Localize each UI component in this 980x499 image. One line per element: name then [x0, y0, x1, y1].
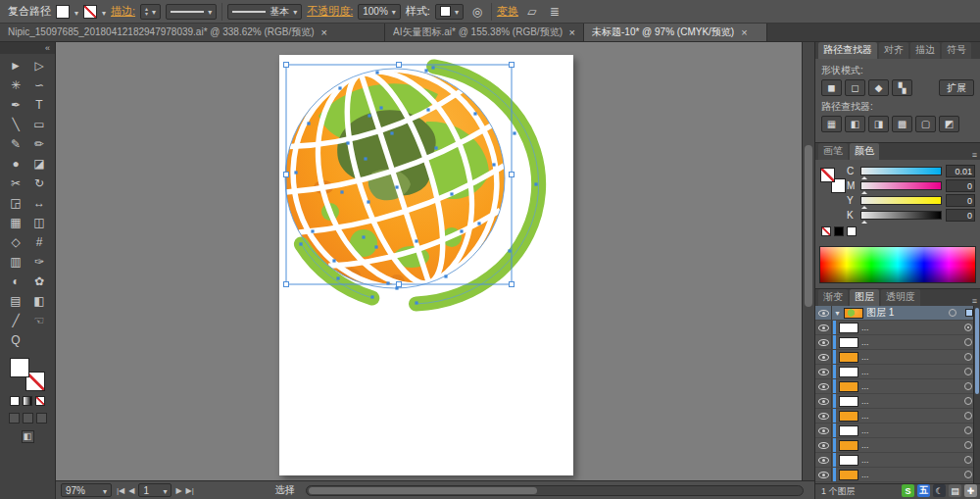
- outline-button[interactable]: ▢: [915, 116, 936, 132]
- target-circle-icon[interactable]: [964, 426, 972, 434]
- shape-builder-tool-icon[interactable]: ◫: [27, 213, 51, 232]
- layer-name[interactable]: ...: [861, 440, 961, 450]
- line-segment-tool-icon[interactable]: ╲: [4, 115, 27, 134]
- layer-row-root[interactable]: ▼图层 1: [815, 306, 980, 321]
- previous-artboard-button[interactable]: ◀: [128, 486, 134, 495]
- visibility-eye-icon[interactable]: [815, 468, 832, 481]
- color-spectrum-ramp[interactable]: [819, 246, 976, 283]
- brush-arrow-icon[interactable]: [293, 6, 297, 17]
- target-circle-icon[interactable]: [964, 324, 972, 331]
- close-tab-icon[interactable]: ×: [741, 26, 747, 38]
- perspective-grid-tool-icon[interactable]: ◇: [4, 232, 27, 252]
- slider-marker-icon[interactable]: [861, 218, 867, 224]
- stroke-dropdown-arrow-icon[interactable]: [102, 6, 106, 18]
- document-tab[interactable]: AI矢量图标.ai* @ 155.38% (RGB/预览) ×: [385, 24, 584, 41]
- align-panel-icon[interactable]: ≣: [546, 3, 564, 21]
- unite-button[interactable]: ◼: [821, 79, 842, 96]
- layer-thumbnail[interactable]: [839, 455, 858, 466]
- pen-tool-icon[interactable]: ✒: [4, 95, 27, 115]
- divide-button[interactable]: ▦: [821, 116, 842, 132]
- tab-brushes[interactable]: 画笔: [818, 143, 848, 160]
- eraser-tool-icon[interactable]: ◪: [27, 154, 51, 174]
- magic-wand-tool-icon[interactable]: ✳: [4, 75, 27, 95]
- minus-back-button[interactable]: ◩: [939, 116, 959, 132]
- layers-scrollbar[interactable]: [973, 306, 980, 483]
- tab-color[interactable]: 颜色: [850, 143, 879, 160]
- globe-artwork[interactable]: [279, 55, 573, 475]
- tab-transparency[interactable]: 透明度: [881, 289, 920, 306]
- visibility-eye-icon[interactable]: [815, 335, 832, 349]
- target-circle-icon[interactable]: [949, 309, 956, 317]
- first-artboard-button[interactable]: |◀: [117, 486, 124, 495]
- document-tab[interactable]: Nipic_15097685_20180412182947978039.ai* …: [0, 24, 385, 41]
- globe[interactable]: [279, 55, 539, 318]
- visibility-eye-icon[interactable]: [815, 394, 832, 408]
- layer-thumbnail[interactable]: [839, 381, 858, 392]
- layer-row[interactable]: ...: [815, 424, 980, 438]
- fill-color-swatch[interactable]: [56, 5, 70, 19]
- layer-name[interactable]: ...: [861, 411, 961, 421]
- visibility-eye-icon[interactable]: [815, 350, 832, 364]
- direct-selection-tool-icon[interactable]: ▷: [27, 56, 51, 75]
- fill-stroke-proxy[interactable]: [10, 358, 45, 391]
- opacity-arrow-icon[interactable]: [392, 6, 396, 17]
- tab-layers[interactable]: 图层: [850, 289, 879, 306]
- layer-row[interactable]: ...: [815, 350, 980, 365]
- draw-behind-button[interactable]: [23, 413, 33, 424]
- target-circle-icon[interactable]: [964, 397, 972, 405]
- layers-scrollbar-thumb[interactable]: [975, 308, 979, 394]
- white-swatch[interactable]: [847, 226, 857, 236]
- profile-arrow-icon[interactable]: [208, 6, 212, 17]
- visibility-eye-icon[interactable]: [815, 453, 832, 467]
- layer-thumbnail[interactable]: [839, 470, 858, 480]
- hand-tool-icon[interactable]: ☜: [27, 311, 51, 330]
- style-dropdown[interactable]: [435, 4, 464, 20]
- layer-thumbnail[interactable]: [839, 396, 858, 407]
- layer-row[interactable]: ...: [815, 379, 980, 394]
- keyboard-icon[interactable]: ▤: [949, 484, 961, 497]
- width-profile-dropdown[interactable]: [166, 4, 217, 20]
- column-graph-tool-icon[interactable]: ▤: [4, 291, 27, 311]
- layer-name[interactable]: ...: [861, 352, 961, 362]
- mesh-tool-icon[interactable]: #: [27, 232, 51, 252]
- pencil-tool-icon[interactable]: ✏: [27, 134, 51, 154]
- next-artboard-button[interactable]: ▶: [175, 486, 181, 495]
- rotate-tool-icon[interactable]: ↻: [27, 174, 51, 193]
- layer-name[interactable]: ...: [861, 323, 961, 332]
- layer-row[interactable]: ...: [815, 409, 980, 424]
- magenta-slider[interactable]: [860, 181, 942, 190]
- layer-row[interactable]: ...: [815, 321, 980, 335]
- layer-name[interactable]: ...: [861, 367, 961, 376]
- opacity-link[interactable]: 不透明度:: [307, 4, 353, 19]
- panel-menu-icon[interactable]: [972, 296, 977, 306]
- visibility-eye-icon[interactable]: [815, 321, 832, 334]
- moon-mode-icon[interactable]: ☾: [933, 484, 946, 497]
- yellow-value[interactable]: 0: [946, 194, 975, 207]
- layer-row[interactable]: ...: [815, 438, 980, 453]
- paintbrush-tool-icon[interactable]: ✎: [4, 134, 27, 154]
- layer-thumbnail[interactable]: [839, 425, 858, 436]
- layer-name[interactable]: 图层 1: [866, 306, 946, 320]
- exclude-button[interactable]: ▚: [892, 79, 912, 96]
- crop-button[interactable]: ▩: [892, 116, 912, 132]
- horizontal-scrollbar[interactable]: [306, 485, 804, 496]
- type-tool-icon[interactable]: T: [27, 95, 51, 115]
- blend-tool-icon[interactable]: ◐: [4, 272, 27, 291]
- close-tab-icon[interactable]: ×: [321, 26, 327, 38]
- none-swatch[interactable]: [821, 226, 831, 236]
- horizontal-scrollbar-thumb[interactable]: [309, 487, 537, 494]
- scissors-tool-icon[interactable]: ✂: [4, 174, 27, 193]
- expand-button[interactable]: 扩展: [939, 79, 974, 96]
- style-arrow-icon[interactable]: [455, 6, 459, 17]
- target-circle-icon[interactable]: [964, 338, 972, 346]
- close-tab-icon[interactable]: ×: [569, 26, 575, 38]
- visibility-eye-icon[interactable]: [815, 365, 832, 378]
- collapse-panel-icon[interactable]: «: [0, 42, 55, 54]
- cyan-slider[interactable]: [860, 167, 942, 175]
- stroke-link[interactable]: 描边:: [111, 4, 135, 19]
- rectangle-tool-icon[interactable]: ▭: [27, 115, 51, 134]
- target-circle-icon[interactable]: [964, 456, 972, 464]
- target-circle-icon[interactable]: [964, 382, 972, 390]
- stroke-weight-stepper-icon[interactable]: [145, 7, 148, 17]
- tab-gradient[interactable]: 渐变: [818, 289, 848, 306]
